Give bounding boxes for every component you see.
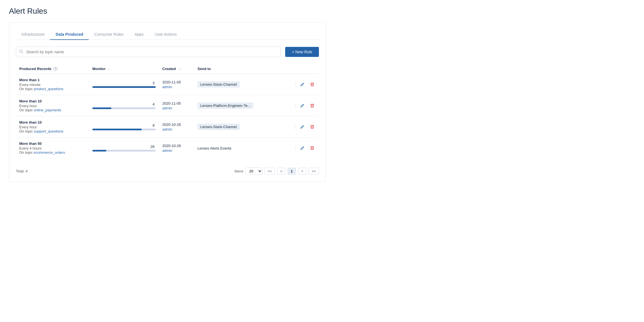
rules-table: Produced Records ? Monitor ↑↓ Created ↑↓… — [16, 64, 319, 158]
table-row: More than 1 Every minute On topic produc… — [16, 74, 319, 95]
col-produced-records: Produced Records ? — [16, 64, 89, 74]
pagination: Items 102050100 << < 1 > >> — [234, 167, 319, 175]
rule-freq: Every hour — [19, 104, 86, 108]
prev-page-button[interactable]: < — [277, 168, 285, 175]
svg-line-1 — [22, 52, 23, 53]
edit-button[interactable] — [299, 102, 306, 109]
total-label: Total: 4 — [16, 169, 28, 173]
produced-records-cell: More than 10 Every hour On topic support… — [16, 116, 89, 138]
monitor-value: 3 — [153, 81, 156, 85]
action-divider — [295, 124, 295, 130]
actions-cell — [281, 116, 319, 138]
tab-infrastructure[interactable]: Infrastructure — [16, 29, 50, 40]
search-icon — [19, 50, 23, 54]
send-to-cell: Lenses-Slack-Channel — [194, 74, 281, 95]
monitor-bar-fill — [92, 150, 106, 152]
tab-nav: InfrastructureData ProducedConsumer Rule… — [16, 29, 319, 40]
rule-freq: Every hour — [19, 125, 86, 129]
table-row: More than 50 Every 4 hours On topic ecom… — [16, 138, 319, 159]
monitor-sort-icon[interactable]: ↑↓ — [108, 68, 110, 71]
monitor-cell: 9 — [89, 116, 159, 138]
rule-topic-label: On topic product_questions — [19, 87, 86, 91]
actions-cell — [281, 138, 319, 159]
created-user: admin — [162, 106, 191, 110]
footer: Total: 4 Items 102050100 << < 1 > >> — [16, 165, 319, 175]
edit-button[interactable] — [299, 81, 306, 88]
created-cell: 2020-10-26 admin — [159, 116, 194, 138]
send-to-cell: Lenses-Platform-Engineer-Te... — [194, 95, 281, 116]
action-divider — [295, 103, 295, 109]
items-per-page-select[interactable]: 102050100 — [246, 167, 262, 175]
produced-records-cell: More than 50 Every 4 hours On topic ecom… — [16, 138, 89, 159]
rule-condition: More than 10 — [19, 120, 86, 124]
action-divider — [295, 145, 295, 151]
rule-topic-label: On topic online_payments — [19, 108, 86, 112]
help-icon[interactable]: ? — [54, 67, 57, 71]
last-page-button[interactable]: >> — [309, 168, 319, 175]
rule-topic-link[interactable]: product_questions — [34, 87, 63, 91]
tab-user-actions[interactable]: User Actions — [149, 29, 182, 40]
tab-data-produced[interactable]: Data Produced — [50, 29, 89, 40]
rule-freq: Every minute — [19, 83, 86, 87]
monitor-value: 9 — [153, 123, 156, 128]
col-actions — [281, 64, 319, 74]
monitor-bar-track — [92, 107, 156, 109]
monitor-cell: 3 — [89, 74, 159, 95]
delete-button[interactable] — [309, 81, 316, 88]
send-to-badge: Lenses-Platform-Engineer-Te... — [198, 102, 253, 109]
current-page-button[interactable]: 1 — [288, 168, 296, 175]
rule-topic-link[interactable]: support_questions — [34, 129, 63, 133]
created-user: admin — [162, 148, 191, 153]
actions-cell — [281, 74, 319, 95]
send-to-cell: Lenses-Slack-Channel — [194, 116, 281, 138]
main-card: InfrastructureData ProducedConsumer Rule… — [9, 22, 326, 182]
search-input[interactable] — [16, 47, 281, 57]
actions-cell — [281, 95, 319, 116]
rule-topic-link[interactable]: online_payments — [34, 108, 61, 112]
created-date: 2020-11-05 — [162, 80, 191, 84]
edit-button[interactable] — [299, 145, 306, 152]
monitor-bar-track — [92, 86, 156, 88]
monitor-bar-fill — [92, 86, 156, 88]
toolbar: + New Rule — [16, 47, 319, 57]
created-date: 2020-10-26 — [162, 144, 191, 148]
monitor-bar-fill — [92, 107, 111, 109]
edit-button[interactable] — [299, 124, 306, 130]
rule-topic-label: On topic support_questions — [19, 129, 86, 133]
rule-topic-link[interactable]: ecommerce_orders — [34, 150, 65, 155]
monitor-bar-fill — [92, 129, 142, 130]
delete-button[interactable] — [309, 124, 316, 130]
delete-button[interactable] — [309, 145, 316, 152]
col-created: Created ↑↓ — [159, 64, 194, 74]
new-rule-button[interactable]: + New Rule — [285, 47, 319, 57]
created-date: 2020-10-26 — [162, 122, 191, 127]
rule-condition: More than 10 — [19, 99, 86, 103]
tab-apps[interactable]: Apps — [129, 29, 149, 40]
created-date: 2020-11-05 — [162, 101, 191, 105]
first-page-button[interactable]: << — [265, 168, 275, 175]
created-user: admin — [162, 127, 191, 131]
delete-button[interactable] — [309, 102, 316, 109]
monitor-value: 26 — [150, 145, 155, 149]
produced-records-cell: More than 1 Every minute On topic produc… — [16, 74, 89, 95]
produced-records-cell: More than 10 Every hour On topic online_… — [16, 95, 89, 116]
created-sort-icon[interactable]: ↑↓ — [178, 68, 181, 71]
monitor-bar-track — [92, 129, 156, 130]
monitor-cell: 26 — [89, 138, 159, 159]
created-cell: 2020-11-05 admin — [159, 95, 194, 116]
rule-condition: More than 1 — [19, 78, 86, 82]
send-to-badge: Lenses-Slack-Channel — [198, 81, 240, 88]
rule-freq: Every 4 hours — [19, 146, 86, 150]
rule-topic-label: On topic ecommerce_orders — [19, 150, 86, 155]
created-cell: 2020-10-26 admin — [159, 138, 194, 159]
monitor-bar-track — [92, 150, 156, 152]
monitor-value: 4 — [153, 102, 156, 106]
created-user: admin — [162, 85, 191, 89]
created-cell: 2020-11-05 admin — [159, 74, 194, 95]
next-page-button[interactable]: > — [298, 168, 306, 175]
tab-consumer-rules[interactable]: Consumer Rules — [89, 29, 129, 40]
col-send-to: Send to — [194, 64, 281, 74]
table-row: More than 10 Every hour On topic support… — [16, 116, 319, 138]
table-row: More than 10 Every hour On topic online_… — [16, 95, 319, 116]
send-to-text: Lenses Alerts Events — [198, 146, 231, 150]
